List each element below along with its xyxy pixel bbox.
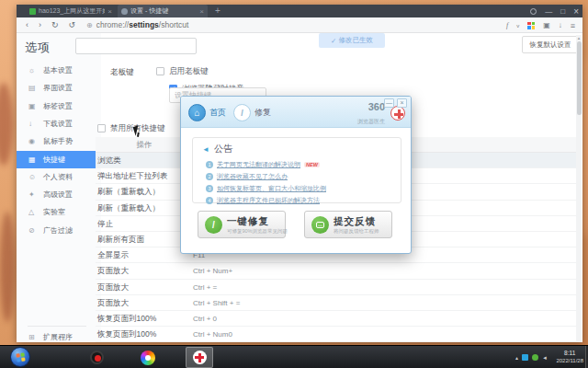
disable-all-shortcuts-checkbox[interactable]	[97, 124, 106, 132]
table-row[interactable]: 页面放大Ctrl + =	[96, 280, 576, 295]
button-label: 一键修复	[227, 215, 269, 228]
site-info-icon[interactable]: ⊕	[86, 21, 93, 29]
screenshot-icon[interactable]: ▣	[543, 21, 550, 29]
wrench-icon: /	[233, 104, 251, 121]
announcement-link[interactable]: 1 关于网页无法翻译的解决说明 NEW	[206, 160, 320, 169]
start-button[interactable]	[10, 347, 30, 367]
sidebar-item-label: 个人资料	[43, 172, 73, 182]
home-icon: ⌂	[188, 104, 206, 121]
tab-close-icon[interactable]: ×	[107, 7, 112, 16]
scroll-up-icon[interactable]: ▴	[576, 35, 582, 40]
tab-close-icon[interactable]: ×	[199, 7, 204, 16]
sidebar-item-extensions[interactable]: ⊞扩展程序	[17, 328, 101, 346]
sidebar-item-mouse-gesture[interactable]: ◉鼠标手势	[17, 132, 101, 150]
block-icon: ⊘	[28, 226, 43, 235]
system-tray: ▴ ◄	[515, 346, 548, 368]
enable-boss-key-checkbox[interactable]	[156, 67, 164, 75]
color-wheel-icon	[141, 351, 155, 365]
close-button[interactable]: ×	[573, 6, 579, 17]
keyboard-icon: ▦	[28, 155, 43, 164]
sidebar-item-advanced[interactable]: ✦高级设置	[17, 186, 101, 203]
refresh-icon[interactable]: ↻	[51, 20, 59, 29]
flash-icon[interactable]: f	[506, 21, 508, 29]
announcement-title: ◄ 公告	[202, 143, 232, 155]
mouse-icon: ◉	[28, 137, 43, 145]
dialog-tab-repair[interactable]: / 修复	[233, 104, 271, 121]
extensions-icon[interactable]	[527, 22, 535, 29]
announcement-link[interactable]: 4 浏览器主程序文件已损坏的解决方法	[206, 196, 320, 205]
submit-feedback-button[interactable]: … 提交反馈 将问题反馈给工程师	[304, 211, 392, 238]
windows-flag-icon	[16, 352, 25, 362]
dialog-minimize-button[interactable]: —	[384, 98, 394, 108]
one-click-repair-button[interactable]: / 一键修复 可修复90%浏览器常见问题	[198, 211, 286, 238]
url-prefix: chrome://	[96, 20, 129, 29]
table-row[interactable]: 恢复页面到100%Ctrl + 0	[96, 311, 576, 327]
maximize-button[interactable]: □	[560, 7, 565, 16]
sidebar-item-lab[interactable]: △实验室	[17, 203, 101, 221]
megaphone-icon: ◄	[202, 145, 209, 154]
tray-expand-icon[interactable]: ▴	[515, 354, 518, 361]
sidebar-item-shortcut-keys[interactable]: ▦快捷键	[17, 151, 101, 168]
download-icon[interactable]: ↓	[559, 21, 562, 29]
sidebar-item-interface[interactable]: ▤界面设置	[17, 79, 101, 97]
account-icon[interactable]	[530, 8, 537, 15]
announcement-link[interactable]: 2 浏览器收藏不见了怎么办	[206, 172, 288, 181]
sidebar-item-label: 实验室	[43, 207, 65, 217]
dialog-tab-label: 修复	[254, 107, 271, 119]
sidebar-item-basic[interactable]: ☼基本设置	[17, 62, 101, 79]
tab-hao123[interactable]: hao123_上网从这里开始 ×	[26, 5, 116, 17]
announcement-link-text[interactable]: 关于网页无法翻译的解决说明	[217, 160, 300, 169]
taskbar-doctor-app[interactable]	[186, 347, 213, 368]
sidebar-item-profile[interactable]: ☺个人资料	[17, 168, 101, 186]
scrollbar[interactable]: ▴	[576, 35, 582, 342]
chevron-down-icon[interactable]: v	[516, 23, 519, 29]
taskbar-browser-app[interactable]	[134, 347, 162, 368]
tray-app-icon[interactable]	[532, 354, 538, 361]
sidebar-item-label: 界面设置	[43, 83, 73, 93]
back-icon[interactable]: ‹	[26, 20, 28, 29]
new-badge: NEW	[304, 162, 320, 167]
restore-session-icon[interactable]: ↺	[69, 20, 76, 29]
announcement-link-text[interactable]: 浏览器主程序文件已损坏的解决方法	[217, 196, 320, 205]
minimize-button[interactable]: —	[545, 7, 552, 16]
scrollbar-thumb[interactable]	[577, 41, 582, 115]
brand-logo: 360 浏览器医生	[357, 102, 385, 124]
announcement-link-text[interactable]: 浏览器收藏不见了怎么办	[217, 172, 288, 181]
sidebar-divider	[28, 326, 86, 327]
sidebar-item-tabs[interactable]: ▣标签设置	[17, 98, 101, 115]
wrench-icon: ✦	[28, 190, 43, 199]
url-highlight: settings	[129, 20, 159, 29]
announcement-link-text[interactable]: 如何恢复标签页、窗口大小和缩放比例	[217, 184, 326, 193]
taskbar-recorder-app[interactable]	[83, 347, 110, 368]
browser-toolbar: ‹ › ↻ ↺ ⊕ chrome://settings/shortcut f v…	[17, 17, 582, 33]
sidebar-item-ad-filter[interactable]: ⊘广告过滤	[17, 222, 101, 239]
tab-title: hao123_上网从这里开始	[39, 6, 105, 16]
restore-defaults-button[interactable]: 恢复默认设置	[522, 36, 579, 53]
dialog-close-button[interactable]: ×	[397, 98, 407, 108]
announcement-link[interactable]: 3 如何恢复标签页、窗口大小和缩放比例	[206, 184, 326, 193]
table-row[interactable]: 页面放大Ctrl + Num+	[96, 263, 576, 279]
check-icon: ✓	[331, 37, 336, 45]
sidebar-item-label: 鼠标手势	[43, 136, 73, 146]
new-tab-button[interactable]: +	[215, 5, 220, 17]
hao123-favicon-icon	[29, 8, 36, 15]
sidebar-item-label: 基本设置	[43, 65, 73, 75]
tab-settings[interactable]: 设置 - 快捷键 ×	[118, 5, 208, 17]
window-icon: ▤	[28, 84, 43, 92]
sidebar-item-download[interactable]: ↓下载设置	[17, 115, 101, 132]
dialog-tab-home[interactable]: ⌂ 首页	[188, 104, 226, 121]
clock-time: 8:11	[556, 349, 583, 357]
volume-icon[interactable]: ◄	[542, 355, 548, 361]
forward-icon[interactable]: ›	[39, 20, 41, 29]
toast-text: 修改已生效	[338, 36, 373, 45]
address-bar[interactable]: ⊕ chrome://settings/shortcut	[86, 20, 188, 29]
taskbar-clock[interactable]: 8:11 2022/11/28	[556, 349, 583, 365]
number-badge: 2	[206, 173, 213, 180]
table-row[interactable]: 恢复页面到100%Ctrl + Num0	[96, 327, 576, 342]
desktop-wallpaper-blob	[0, 83, 13, 166]
settings-search-input[interactable]	[75, 38, 197, 54]
tab-bar: hao123_上网从这里开始 × 设置 - 快捷键 × + — □ ×	[17, 5, 582, 17]
tray-app-icon[interactable]	[522, 354, 528, 361]
table-row[interactable]: 页面放大Ctrl + Shift + =	[96, 295, 576, 311]
menu-icon[interactable]: ≡	[571, 21, 575, 30]
